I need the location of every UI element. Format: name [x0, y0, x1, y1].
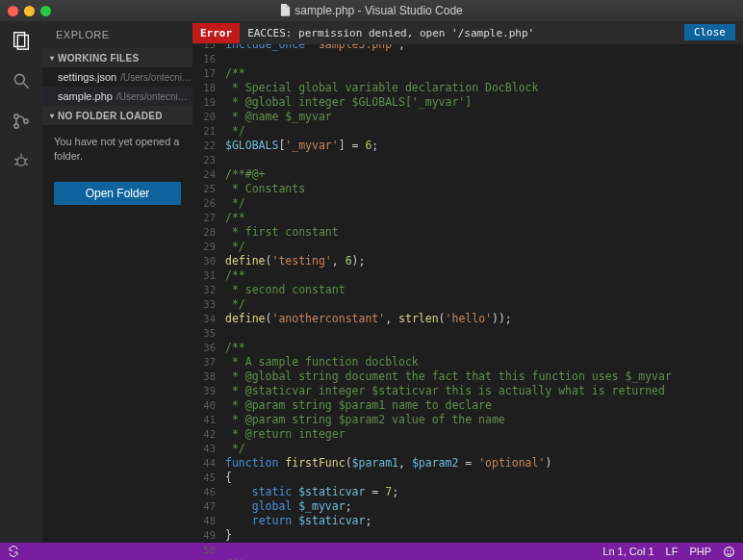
code-content[interactable]: /** — [225, 341, 245, 355]
status-sync-icon[interactable] — [8, 546, 19, 557]
code-content[interactable]: function firstFunc($param1, $param2 = 'o… — [225, 456, 551, 471]
search-icon[interactable] — [10, 69, 33, 92]
code-line[interactable]: 32 * second constant — [192, 283, 743, 297]
code-content[interactable]: */ — [225, 442, 245, 456]
code-content[interactable]: * @staticvar integer $staticvar this is … — [225, 384, 665, 398]
window-title: sample.php - Visual Studio Code — [0, 4, 743, 17]
code-line[interactable]: 40 * @param string $param1 name to decla… — [192, 398, 743, 413]
svg-point-5 — [14, 124, 18, 128]
code-line[interactable]: 28 * first constant — [192, 225, 743, 240]
code-content[interactable]: { — [225, 471, 232, 485]
explorer-icon[interactable] — [10, 29, 33, 52]
svg-line-10 — [25, 159, 27, 161]
minimize-window-button[interactable] — [24, 6, 35, 16]
code-area[interactable]: 14 */15include_once 'sample3.php';1617/*… — [192, 21, 743, 543]
code-line[interactable]: 48 return $staticvar; — [192, 514, 743, 528]
code-content[interactable]: global $_myvar; — [225, 499, 352, 514]
window-controls — [8, 6, 51, 16]
line-number: 18 — [192, 81, 225, 95]
code-line[interactable]: 44function firstFunc($param1, $param2 = … — [192, 456, 743, 471]
chevron-down-icon: ▾ — [46, 54, 58, 63]
maximize-window-button[interactable] — [40, 6, 51, 16]
code-line[interactable]: 20 * @name $_myvar — [192, 110, 743, 124]
notification-bar: Error EACCES: permission denied, open '/… — [192, 21, 743, 44]
code-content[interactable]: /** — [225, 66, 245, 81]
code-content[interactable]: * Constants — [225, 182, 305, 196]
svg-point-4 — [14, 115, 18, 118]
code-content[interactable]: } — [225, 528, 232, 543]
code-line[interactable]: 37 * A sample function docblock — [192, 355, 743, 369]
code-line[interactable]: 35 — [192, 326, 743, 341]
code-content[interactable]: * @param string $param2 value of the nam… — [225, 413, 505, 427]
line-number: 48 — [192, 514, 225, 528]
line-number: 47 — [192, 499, 225, 514]
code-content[interactable]: * A sample function docblock — [225, 355, 419, 369]
code-content[interactable]: */ — [225, 124, 245, 139]
code-content[interactable]: * @return integer — [225, 427, 346, 442]
debug-icon[interactable] — [10, 150, 33, 173]
working-file-item[interactable]: settings.json /Users/ontecnia/... — [42, 67, 192, 87]
line-number: 23 — [192, 153, 225, 167]
source-control-icon[interactable] — [10, 110, 33, 133]
open-folder-button[interactable]: Open Folder — [54, 182, 181, 205]
code-content[interactable]: */ — [225, 240, 245, 254]
code-content[interactable]: $GLOBALS['_myvar'] = 6; — [225, 139, 378, 153]
code-content[interactable]: * @param string $param1 name to declare — [225, 398, 492, 413]
code-content[interactable]: * @name $_myvar — [225, 110, 332, 124]
code-line[interactable]: 21 */ — [192, 124, 743, 139]
line-number: 28 — [192, 225, 225, 240]
code-content[interactable]: /** — [225, 268, 245, 283]
code-content[interactable]: define('anotherconstant', strlen('hello'… — [225, 312, 512, 326]
code-line[interactable]: 46 static $staticvar = 7; — [192, 485, 743, 499]
code-line[interactable]: 25 * Constants — [192, 182, 743, 196]
code-content[interactable]: * first constant — [225, 225, 339, 240]
code-line[interactable]: 39 * @staticvar integer $staticvar this … — [192, 384, 743, 398]
code-line[interactable]: 19 * @global integer $GLOBALS['_myvar'] — [192, 95, 743, 110]
code-line[interactable]: 27/** — [192, 211, 743, 225]
code-line[interactable]: 38 * @global string document the fact th… — [192, 369, 743, 384]
code-line[interactable]: 45{ — [192, 471, 743, 485]
line-number: 46 — [192, 485, 225, 499]
close-window-button[interactable] — [8, 6, 18, 16]
code-line[interactable]: 16 — [192, 52, 743, 66]
code-content[interactable]: * second constant — [225, 283, 346, 297]
code-line[interactable]: 18 * Special global variable declaration… — [192, 81, 743, 95]
code-line[interactable]: 43 */ — [192, 442, 743, 456]
code-line[interactable]: 22$GLOBALS['_myvar'] = 6; — [192, 139, 743, 153]
code-line[interactable]: 30define('testing', 6); — [192, 254, 743, 268]
code-content[interactable]: /** — [225, 211, 245, 225]
code-line[interactable]: 23 — [192, 153, 743, 167]
code-line[interactable]: 42 * @return integer — [192, 427, 743, 442]
code-content[interactable]: static $staticvar = 7; — [225, 485, 398, 499]
code-content[interactable]: return $staticvar; — [225, 514, 372, 528]
code-content[interactable]: define('testing', 6); — [225, 254, 365, 268]
code-line[interactable]: 49} — [192, 528, 743, 543]
code-line[interactable]: 41 * @param string $param2 value of the … — [192, 413, 743, 427]
working-files-header[interactable]: ▾ WORKING FILES — [42, 48, 192, 67]
line-number: 31 — [192, 268, 225, 283]
chevron-down-icon: ▾ — [46, 112, 58, 120]
code-line[interactable]: 47 global $_myvar; — [192, 499, 743, 514]
code-line[interactable]: 17/** — [192, 66, 743, 81]
code-content[interactable]: /**#@+ — [225, 167, 266, 182]
code-line[interactable]: 34define('anotherconstant', strlen('hell… — [192, 312, 743, 326]
line-number: 20 — [192, 110, 225, 124]
working-file-item[interactable]: sample.php /Users/ontecnia/... — [42, 87, 192, 106]
code-line[interactable]: 50 — [192, 543, 743, 557]
line-number: 50 — [192, 543, 225, 557]
code-content[interactable]: * Special global variable declaration Do… — [225, 81, 538, 95]
no-folder-header[interactable]: ▾ NO FOLDER LOADED — [42, 106, 192, 125]
code-line[interactable]: 33 */ — [192, 297, 743, 312]
code-line[interactable]: 24/**#@+ — [192, 167, 743, 182]
code-content[interactable]: */ — [225, 196, 245, 211]
notification-close-button[interactable]: Close — [684, 24, 735, 40]
code-content[interactable]: * @global string document the fact that … — [225, 369, 672, 384]
code-line[interactable]: 36/** — [192, 341, 743, 355]
editor[interactable]: ⋯ ✕ Error EACCES: permission denied, ope… — [192, 21, 743, 543]
code-line[interactable]: 26 */ — [192, 196, 743, 211]
line-number: 19 — [192, 95, 225, 110]
code-line[interactable]: 31/** — [192, 268, 743, 283]
code-content[interactable]: * @global integer $GLOBALS['_myvar'] — [225, 95, 472, 110]
code-line[interactable]: 29 */ — [192, 240, 743, 254]
code-content[interactable]: */ — [225, 297, 245, 312]
